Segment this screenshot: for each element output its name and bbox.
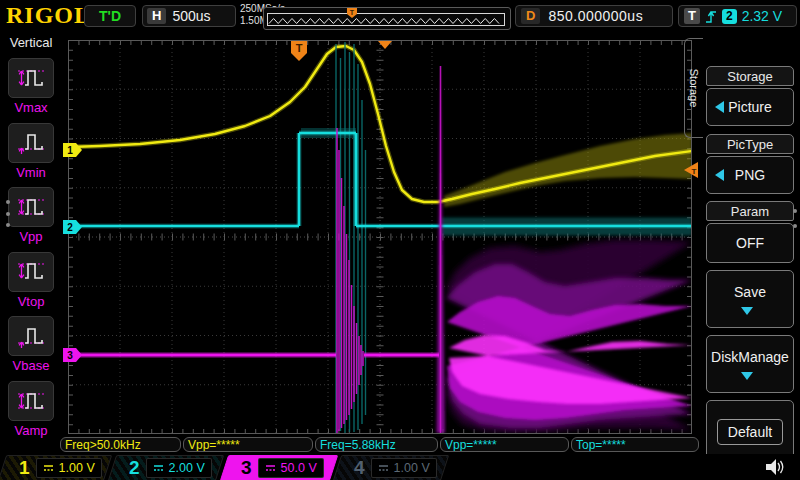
page-dot bbox=[6, 212, 10, 216]
brand-logo: RIGOL bbox=[6, 2, 91, 29]
measure-item-vmin[interactable]: Vmin bbox=[0, 123, 62, 180]
page-dot bbox=[793, 224, 797, 228]
timebase-value: 500us bbox=[172, 8, 210, 24]
trigger-readout-box[interactable]: T 2 2.32 V bbox=[678, 5, 797, 27]
trigger-position-marker: T bbox=[291, 41, 307, 61]
vmax-icon bbox=[8, 58, 54, 98]
vertical-measure-menu: Vertical VmaxVminVppVtopVbaseVamp bbox=[0, 30, 62, 450]
channel-scale: 1.00 V bbox=[59, 461, 95, 475]
chevron-left-icon bbox=[715, 169, 724, 181]
measure-item-label: Vtop bbox=[0, 294, 62, 309]
vamp-icon bbox=[8, 381, 54, 421]
channel-status-bar: 11.00 V22.00 V350.0 V41.00 V bbox=[0, 454, 800, 480]
vmin-icon bbox=[8, 123, 54, 163]
menu-value: OFF bbox=[736, 235, 764, 251]
channel-scale: 1.00 V bbox=[394, 461, 430, 475]
measure-item-label: Vpp bbox=[0, 229, 62, 244]
position-trigger-marker: T bbox=[347, 8, 357, 18]
channel-number: 3 bbox=[241, 457, 252, 479]
vtop-icon bbox=[8, 252, 54, 292]
dc-coupling-icon bbox=[378, 464, 389, 472]
measurement-slot[interactable]: Vpp=***** bbox=[440, 437, 569, 452]
menu-value: PNG bbox=[735, 167, 765, 183]
menu-value: Default bbox=[717, 419, 783, 445]
dc-coupling-icon bbox=[43, 464, 54, 472]
measurement-slot[interactable]: Vpp=***** bbox=[183, 437, 313, 452]
page-dot bbox=[793, 209, 797, 213]
menu-button-storage[interactable]: Picture bbox=[706, 88, 794, 126]
channel-2-marker[interactable]: 2 bbox=[63, 220, 82, 234]
svg-text:3: 3 bbox=[67, 350, 73, 361]
menu-button-param[interactable]: OFF bbox=[706, 223, 794, 263]
rising-edge-icon bbox=[705, 9, 717, 24]
channel-4-status[interactable]: 41.00 V bbox=[333, 455, 449, 480]
measurement-slot[interactable]: Top=***** bbox=[571, 437, 699, 452]
storage-menu-tab[interactable]: Storage bbox=[684, 38, 703, 138]
menu-label-storage: Storage bbox=[706, 66, 794, 86]
chevron-down-icon bbox=[741, 307, 753, 315]
left-menu-title: Vertical bbox=[0, 35, 62, 50]
horizontal-timebase-box[interactable]: H 500us bbox=[142, 5, 236, 27]
page-dot bbox=[6, 200, 10, 204]
menu-button-diskmanage[interactable]: DiskManage bbox=[706, 335, 794, 393]
waveform-display: TT123 bbox=[0, 0, 800, 480]
speaker-icon[interactable] bbox=[762, 457, 784, 477]
channel-1-status[interactable]: 11.00 V bbox=[0, 455, 112, 480]
measurement-slot[interactable]: Freq>50.0kHz bbox=[60, 437, 181, 452]
measure-item-vbase[interactable]: Vbase bbox=[0, 316, 62, 373]
measure-item-label: Vamp bbox=[0, 423, 62, 438]
delay-readout-box[interactable]: D 850.000000us bbox=[515, 5, 673, 27]
menu-value: Save bbox=[734, 284, 766, 300]
measure-item-label: Vmin bbox=[0, 165, 62, 180]
svg-text:T: T bbox=[692, 167, 697, 176]
channel-2-status[interactable]: 22.00 V bbox=[108, 455, 224, 480]
menu-label-param: Param bbox=[706, 201, 794, 221]
menu-button-pictype[interactable]: PNG bbox=[706, 156, 794, 194]
svg-text:T: T bbox=[296, 42, 303, 54]
trigger-status-badge[interactable]: T'D bbox=[84, 5, 136, 27]
delay-value: 850.000000us bbox=[548, 8, 643, 24]
measure-item-vpp[interactable]: Vpp bbox=[0, 187, 62, 244]
measure-item-vmax[interactable]: Vmax bbox=[0, 58, 62, 115]
oscilloscope-screen: TT123 RIGOL T'D H 500us 250MSa/s 1.50M p… bbox=[0, 0, 800, 480]
menu-value: DiskManage bbox=[711, 349, 789, 365]
position-thumbnail: T bbox=[264, 8, 508, 27]
channel-number: 1 bbox=[19, 457, 30, 479]
chevron-left-icon bbox=[715, 101, 724, 113]
delay-label: D bbox=[521, 8, 540, 24]
trigger-level-value: 2.32 V bbox=[742, 8, 782, 24]
page-dot bbox=[6, 223, 10, 227]
channel-3-status[interactable]: 350.0 V bbox=[220, 455, 338, 480]
trigger-label: T bbox=[684, 8, 700, 24]
vpp-icon bbox=[8, 187, 54, 227]
channel-number: 4 bbox=[354, 457, 365, 479]
measure-item-label: Vbase bbox=[0, 358, 62, 373]
dc-coupling-icon bbox=[153, 464, 164, 472]
vbase-icon bbox=[8, 316, 54, 356]
menu-label-pictype: PicType bbox=[706, 134, 794, 154]
measurement-slot[interactable]: Freq=5.88kHz bbox=[315, 437, 438, 452]
menu-value: Picture bbox=[728, 99, 772, 115]
trigger-source-badge: 2 bbox=[722, 9, 737, 24]
menu-button-save[interactable]: Save bbox=[706, 270, 794, 328]
storage-tab-label: Storage bbox=[688, 69, 700, 108]
channel-number: 2 bbox=[129, 457, 140, 479]
channel-scale: 50.0 V bbox=[281, 461, 317, 475]
svg-text:T: T bbox=[350, 9, 355, 16]
channel-scale: 2.00 V bbox=[169, 461, 205, 475]
measure-item-vtop[interactable]: Vtop bbox=[0, 252, 62, 309]
measure-item-vamp[interactable]: Vamp bbox=[0, 381, 62, 438]
svg-text:2: 2 bbox=[67, 222, 73, 233]
chevron-down-icon bbox=[741, 372, 753, 380]
measure-item-label: Vmax bbox=[0, 100, 62, 115]
svg-text:1: 1 bbox=[67, 145, 73, 156]
h-label: H bbox=[147, 8, 166, 24]
channel-3-marker[interactable]: 3 bbox=[63, 348, 82, 362]
dc-coupling-icon bbox=[265, 464, 276, 472]
waveform-position-indicator[interactable]: T bbox=[263, 7, 511, 30]
